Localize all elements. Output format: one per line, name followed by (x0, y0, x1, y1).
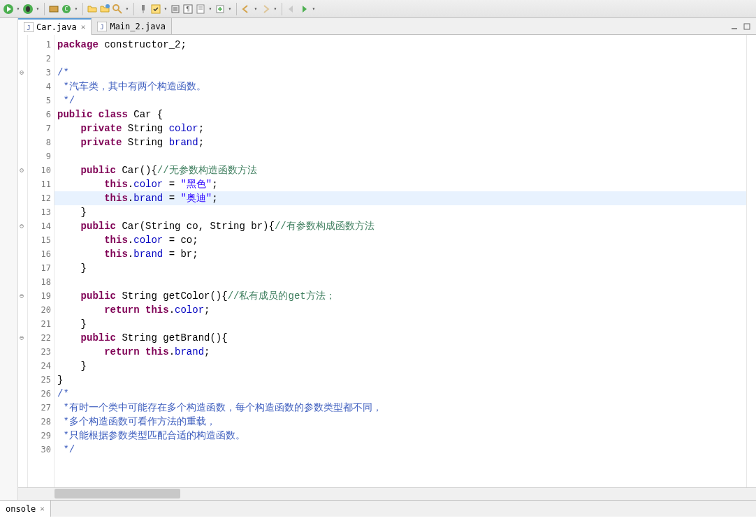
line-number[interactable]: 20 (28, 303, 51, 317)
code-line[interactable]: public Car(){//无参数构造函数方法 (54, 163, 746, 177)
horizontal-scrollbar[interactable] (18, 487, 756, 500)
code-line[interactable] (54, 275, 746, 289)
tab-main2-java[interactable]: J Main_2.java (92, 18, 171, 34)
code-line[interactable]: } (54, 261, 746, 275)
code-line[interactable]: this.color = "黑色"; (54, 177, 746, 191)
code-line[interactable]: return this.brand; (54, 345, 746, 359)
line-number[interactable]: 1 (28, 38, 51, 52)
dropdown-icon[interactable]: ▾ (311, 3, 317, 15)
line-number[interactable]: 12 (28, 191, 51, 205)
dropdown-icon[interactable]: ▾ (124, 3, 130, 15)
maximize-icon[interactable] (742, 22, 752, 31)
dropdown-icon[interactable]: ▾ (208, 3, 213, 15)
nav-forward-icon[interactable] (298, 3, 310, 15)
code-line[interactable]: public String getColor(){//私有成员的get方法； (54, 289, 746, 303)
code-line[interactable]: */ (54, 443, 746, 457)
dropdown-icon[interactable]: ▾ (73, 3, 79, 15)
line-number[interactable]: 7 (28, 121, 51, 135)
line-number[interactable]: 24 (28, 359, 51, 373)
console-tab[interactable]: onsole ✕ (0, 501, 51, 517)
code-line[interactable]: } (54, 373, 746, 387)
line-number[interactable]: 4 (28, 80, 51, 94)
line-number[interactable]: 8 (28, 135, 51, 149)
overview-ruler[interactable] (746, 35, 756, 487)
code-line[interactable]: this.brand = "奥迪"; (54, 191, 746, 205)
debug-icon[interactable] (22, 3, 34, 15)
line-number-gutter[interactable]: 1234567891011121314151617181920212223242… (28, 35, 54, 487)
line-number[interactable]: 17 (28, 261, 51, 275)
tab-car-java[interactable]: J Car.java ✕ (18, 18, 92, 35)
code-line[interactable]: *多个构造函数可看作方法的重载， (54, 415, 746, 429)
code-line[interactable]: public Car(String co, String br){//有参数构成… (54, 219, 746, 233)
code-line[interactable]: private String brand; (54, 135, 746, 149)
code-line[interactable]: /* (54, 66, 746, 80)
code-line[interactable]: public class Car { (54, 108, 746, 121)
line-number[interactable]: 9 (28, 149, 51, 163)
line-number[interactable]: 3 (28, 66, 51, 80)
code-line[interactable]: /* (54, 387, 746, 401)
line-number[interactable]: 13 (28, 205, 51, 219)
code-line[interactable]: */ (54, 94, 746, 108)
open-type-icon[interactable] (99, 3, 110, 15)
toggle-mark-icon[interactable] (150, 3, 161, 15)
line-number[interactable]: 2 (28, 52, 51, 66)
line-number[interactable]: 29 (28, 429, 51, 443)
line-number[interactable]: 26 (28, 387, 51, 401)
code-line[interactable]: this.color = co; (54, 233, 746, 247)
line-number[interactable]: 28 (28, 415, 51, 429)
line-number[interactable]: 15 (28, 233, 51, 247)
scrollbar-thumb[interactable] (54, 489, 180, 498)
code-line[interactable] (54, 149, 746, 163)
search-icon[interactable] (112, 3, 123, 15)
code-line[interactable]: } (54, 205, 746, 219)
new-class-icon[interactable]: C (61, 3, 72, 15)
dropdown-icon[interactable]: ▾ (35, 3, 41, 15)
block-select-icon[interactable] (170, 3, 181, 15)
code-body[interactable]: package constructor_2;/* *汽车类，其中有两个构造函数。… (54, 35, 746, 487)
line-number[interactable]: 22 (28, 331, 51, 345)
line-number[interactable]: 21 (28, 317, 51, 331)
code-line[interactable]: this.brand = br; (54, 247, 746, 261)
package-icon[interactable] (48, 3, 59, 15)
minimize-icon[interactable] (729, 22, 739, 31)
back-icon[interactable] (240, 3, 252, 15)
annotation-gutter[interactable] (18, 35, 28, 487)
close-icon[interactable]: ✕ (40, 504, 45, 513)
code-line[interactable]: return this.color; (54, 303, 746, 317)
line-number[interactable]: 30 (28, 443, 51, 457)
code-line[interactable]: *汽车类，其中有两个构造函数。 (54, 80, 746, 94)
dropdown-icon[interactable]: ▾ (272, 3, 278, 15)
line-number[interactable]: 14 (28, 219, 51, 233)
code-line[interactable]: private String color; (54, 121, 746, 135)
code-line[interactable]: package constructor_2; (54, 38, 746, 52)
code-line[interactable]: } (54, 317, 746, 331)
line-number[interactable]: 11 (28, 177, 51, 191)
forward-icon[interactable] (260, 3, 271, 15)
dropdown-icon[interactable]: ▾ (15, 3, 21, 15)
dropdown-icon[interactable]: ▾ (253, 3, 259, 15)
dropdown-icon[interactable]: ▾ (163, 3, 168, 15)
line-number[interactable]: 16 (28, 247, 51, 261)
close-icon[interactable]: ✕ (81, 22, 86, 31)
nav-back-icon[interactable] (286, 3, 297, 15)
task-icon[interactable] (195, 3, 206, 15)
line-number[interactable]: 25 (28, 373, 51, 387)
run-icon[interactable] (3, 3, 14, 15)
code-line[interactable] (54, 52, 746, 66)
code-line[interactable]: *只能根据参数类型匹配合适的构造函数。 (54, 429, 746, 443)
show-whitespace-icon[interactable]: ¶ (182, 3, 194, 15)
new-wizard-icon[interactable] (215, 3, 226, 15)
line-number[interactable]: 5 (28, 94, 51, 108)
dropdown-icon[interactable]: ▾ (227, 3, 233, 15)
line-number[interactable]: 6 (28, 108, 51, 121)
code-line[interactable]: *有时一个类中可能存在多个构造函数，每个构造函数的参数类型都不同， (54, 401, 746, 415)
line-number[interactable]: 18 (28, 275, 51, 289)
code-line[interactable]: public String getBrand(){ (54, 331, 746, 345)
code-line[interactable]: } (54, 359, 746, 373)
open-folder-icon[interactable] (87, 3, 98, 15)
pin-icon[interactable] (138, 3, 149, 15)
line-number[interactable]: 10 (28, 163, 51, 177)
line-number[interactable]: 23 (28, 345, 51, 359)
line-number[interactable]: 27 (28, 401, 51, 415)
line-number[interactable]: 19 (28, 289, 51, 303)
